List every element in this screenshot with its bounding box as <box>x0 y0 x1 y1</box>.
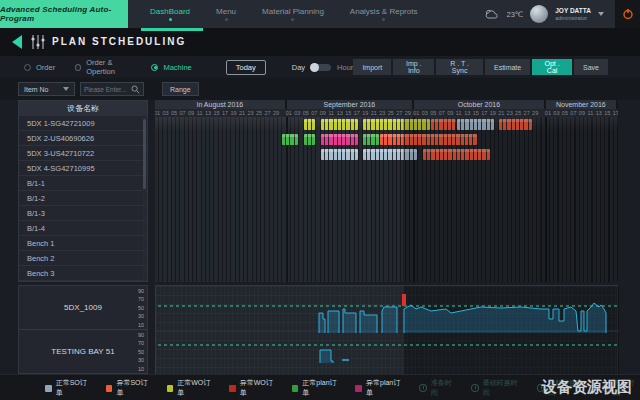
day-hour-toggle[interactable] <box>311 64 331 71</box>
avatar[interactable] <box>530 5 548 23</box>
load-row-testing-bay-51: TESTING BAY 519070503010 <box>19 330 147 374</box>
gantt-bar-wo_normal[interactable] <box>363 119 430 130</box>
gantt-bar-wo_normal[interactable] <box>321 119 358 130</box>
day-tick-label: 25 <box>388 110 394 116</box>
chevron-down-icon <box>63 87 69 91</box>
gantt-bar-so_normal[interactable] <box>363 149 417 160</box>
topbar-right: 23℃ JOY DATTA administrator <box>484 0 640 28</box>
machine-row[interactable]: 5DX 4-SG42710995 <box>19 161 147 176</box>
machine-list-scrollbar[interactable] <box>143 117 146 281</box>
machine-row[interactable]: B/1-3 <box>19 206 147 221</box>
legend-item-基础转换时间: 基础转换时间 <box>471 378 522 398</box>
machine-row[interactable]: 5DX 1-SG42721009 <box>19 116 147 131</box>
gantt-bar-so_abnormal[interactable] <box>423 149 490 160</box>
day-tick-label: 15 <box>473 110 479 116</box>
day-tick-label: 01 <box>413 110 419 116</box>
gantt-bar-plan_normal[interactable] <box>282 134 298 145</box>
gantt-bar-wo_normal[interactable] <box>304 119 316 130</box>
legend-label: 正常WO订单 <box>177 378 215 398</box>
axis-tick-label: 90 <box>138 287 144 295</box>
logout-power-button[interactable] <box>615 0 640 28</box>
axis-tick-label: 10 <box>138 365 144 373</box>
load-axis-ticks: 9070503010 <box>138 287 144 329</box>
axis-tick-label: 70 <box>138 339 144 347</box>
item-no-select[interactable]: Item No <box>18 82 75 96</box>
hour-label: Hour <box>337 63 353 72</box>
machine-row[interactable]: B/1-2 <box>19 191 147 206</box>
axis-tick-label: 10 <box>138 321 144 329</box>
day-tick-label: 21 <box>498 110 504 116</box>
machine-row[interactable]: Bench 1 <box>19 236 147 251</box>
load-row-5dx-1009: 5DX_10099070503010 <box>19 286 147 330</box>
legend-swatch <box>229 385 236 392</box>
save-button[interactable]: Save <box>574 59 608 75</box>
power-icon <box>622 8 634 20</box>
search-icon[interactable] <box>131 85 140 94</box>
nav-item-dashboard[interactable]: DashBoard <box>150 7 190 21</box>
timeline-months: In August 2016September 2016October 2016… <box>155 100 618 109</box>
gantt-bar-so_normal[interactable] <box>457 119 494 130</box>
range-button[interactable]: Range <box>162 82 199 96</box>
legend-label: 异常WO订单 <box>240 378 278 398</box>
day-tick-label: 17 <box>354 110 360 116</box>
day-tick-label: 03 <box>294 110 300 116</box>
machine-row[interactable]: 5DX 3-US42710722 <box>19 146 147 161</box>
legend-item-准备时间: 准备时间 <box>419 378 457 398</box>
gantt-bar-so_normal[interactable] <box>321 149 358 160</box>
action-buttons: ImportImp . InfoR . T . SyncEstimateOpt … <box>353 59 608 75</box>
import-button[interactable]: Import <box>353 59 391 75</box>
day-tick-label: 19 <box>362 110 368 116</box>
page-title: PLAN STCHEDULING <box>52 36 186 47</box>
day-tick-label: 25 <box>256 110 262 116</box>
legend-label: 异常SO订单 <box>116 378 152 398</box>
gantt-bar-so_abnormal[interactable] <box>431 119 455 130</box>
machine-row[interactable]: Bench 3 <box>19 266 147 281</box>
back-button[interactable] <box>12 35 22 49</box>
legend-item-异常plan订单: 异常plan订单 <box>355 378 405 398</box>
machine-row[interactable]: 5DX 2-US40690626 <box>19 131 147 146</box>
gantt-bar-plan_normal[interactable] <box>304 134 316 145</box>
day-label: Day <box>292 63 305 72</box>
scrollbar-thumb[interactable] <box>143 119 146 189</box>
today-button[interactable]: Today <box>226 60 266 75</box>
chevron-down-icon[interactable] <box>598 12 604 16</box>
radio-order-opertion[interactable]: Order & Opertion <box>75 58 131 76</box>
machine-row[interactable]: B/1-1 <box>19 176 147 191</box>
legend-swatch <box>167 385 174 392</box>
search-input[interactable] <box>84 86 129 93</box>
estimate-button[interactable]: Estimate <box>485 59 530 75</box>
day-tick-label: 01 <box>155 110 160 116</box>
nav-item-material-planning[interactable]: Material Planning <box>262 7 324 21</box>
machine-list-header: 设备名称 <box>19 101 147 116</box>
user-info[interactable]: JOY DATTA administrator <box>555 7 591 21</box>
nav-item-menu[interactable]: Menu <box>216 7 236 21</box>
r-t-sync-button[interactable]: R . T . Sync <box>436 59 483 75</box>
top-bar: Advanced Scheduling Auto-Program DashBoa… <box>0 0 640 28</box>
day-tick-label: 07 <box>570 110 576 116</box>
legend-swatch <box>45 385 52 392</box>
gantt-bar-so_abnormal[interactable] <box>499 119 532 130</box>
day-tick-label: 17 <box>481 110 487 116</box>
machine-row[interactable]: B/1-4 <box>19 221 147 236</box>
gantt-bar-so_abnormal[interactable] <box>380 134 477 145</box>
opt-cal-button[interactable]: Opt . Cal <box>532 59 572 75</box>
radio-machine[interactable]: Machine <box>151 63 191 72</box>
day-tick-label: 25 <box>515 110 521 116</box>
day-tick-label: 09 <box>320 110 326 116</box>
day-tick-label: 29 <box>273 110 279 116</box>
day-tick-label: 07 <box>311 110 317 116</box>
gantt-bar-plan_abnormal[interactable] <box>321 134 358 145</box>
day-tick-label: 13 <box>464 110 470 116</box>
day-tick-label: 15 <box>214 110 220 116</box>
day-tick-label: 11 <box>588 110 594 116</box>
nav-item-analysis-reprots[interactable]: Analysis & Reprots <box>350 7 418 21</box>
axis-tick-label: 50 <box>138 348 144 356</box>
nav-item-indicator-dot <box>169 18 172 21</box>
machine-row[interactable]: Bench 2 <box>19 251 147 266</box>
load-chart-svg <box>156 286 619 376</box>
legend-item-异常wo订单: 异常WO订单 <box>229 378 278 398</box>
radio-order[interactable]: Order <box>24 63 55 72</box>
day-hour-toggle-group: Day Hour <box>292 63 354 72</box>
imp-info-button[interactable]: Imp . Info <box>393 59 434 75</box>
gantt-bar-plan_normal[interactable] <box>363 134 379 145</box>
